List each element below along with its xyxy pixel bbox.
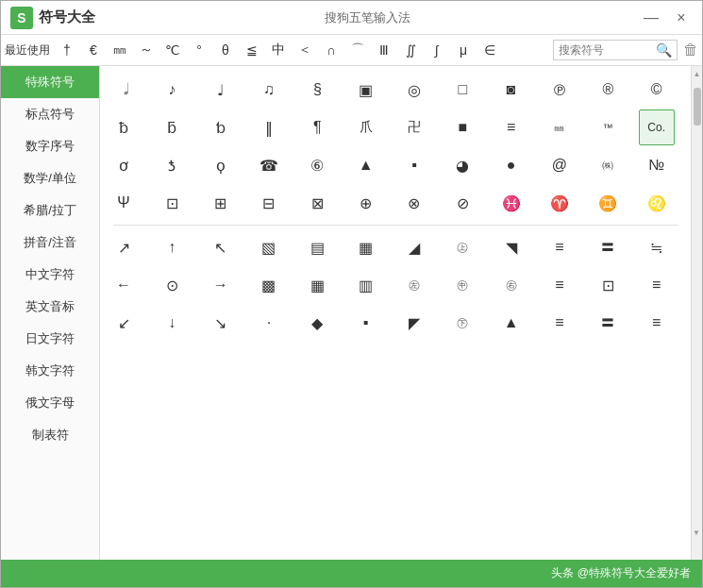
sidebar-item-russian[interactable]: 俄文字母 [1, 387, 99, 419]
sidebar-item-japanese[interactable]: 日文字符 [1, 323, 99, 355]
symbol-cell[interactable]: ▪ [348, 305, 384, 341]
symbol-cell[interactable]: ↖ [203, 229, 239, 265]
symbol-cell-co[interactable]: Co. [639, 109, 675, 145]
symbol-cell[interactable]: Ψ [106, 185, 142, 221]
symbol-cell[interactable]: ㊤ [444, 229, 480, 265]
symbol-cell[interactable]: ▪ [396, 147, 432, 183]
recent-char-6[interactable]: θ [212, 37, 239, 63]
scrollbar[interactable]: ▲ ▼ [691, 66, 702, 560]
symbol-cell[interactable]: ƅ [203, 109, 239, 145]
symbol-cell[interactable]: ◥ [494, 229, 529, 265]
symbol-cell[interactable]: ≒ [639, 229, 675, 265]
sidebar-item-special[interactable]: 特殊符号 [1, 66, 99, 98]
search-input[interactable] [559, 43, 653, 57]
symbol-cell[interactable]: □ [444, 72, 480, 108]
symbol-cell[interactable]: 〓 [590, 305, 626, 341]
recent-char-3[interactable]: ～ [133, 37, 159, 63]
symbol-cell[interactable]: ㎜ [542, 109, 577, 145]
symbol-cell[interactable]: ƀ [106, 109, 142, 145]
symbol-cell[interactable]: ㊧ [396, 267, 432, 303]
symbol-cell[interactable]: ® [590, 72, 626, 108]
symbol-cell[interactable]: ◙ [494, 72, 529, 108]
symbol-cell[interactable]: ♌ [639, 185, 675, 221]
symbol-cell[interactable]: ℗ [542, 72, 577, 108]
recent-char-0[interactable]: † [54, 37, 80, 63]
symbol-cell[interactable]: 𝅗𝅥 [106, 72, 142, 108]
symbol-cell[interactable]: ♈ [542, 185, 577, 221]
symbol-cell[interactable]: © [639, 72, 675, 108]
symbol-cell[interactable]: ♪ [154, 72, 190, 108]
symbol-cell[interactable]: @ [542, 147, 577, 183]
symbol-cell[interactable]: ◎ [396, 72, 432, 108]
symbol-cell[interactable]: ƾ [154, 147, 190, 183]
symbol-cell[interactable]: ▲ [494, 305, 529, 341]
recent-char-4[interactable]: ℃ [159, 37, 186, 63]
symbol-cell[interactable]: ♩ [203, 72, 239, 108]
symbol-cell[interactable]: ㊥ [444, 267, 480, 303]
symbol-cell[interactable]: ㊦ [444, 305, 480, 341]
symbol-cell[interactable]: ◆ [299, 305, 335, 341]
sidebar-item-phonetic[interactable]: 英文音标 [1, 291, 99, 323]
symbol-cell[interactable]: ơ [106, 147, 142, 183]
recent-char-10[interactable]: ∩ [318, 37, 344, 63]
sidebar-item-punctuation[interactable]: 标点符号 [1, 98, 99, 130]
recent-char-11[interactable]: ⌒ [344, 37, 371, 63]
scroll-up-btn[interactable]: ▲ [694, 70, 701, 78]
symbol-cell[interactable]: ▩ [251, 267, 287, 303]
search-icon[interactable]: 🔍 [656, 42, 672, 58]
recent-char-9[interactable]: ＜ [292, 37, 318, 63]
recent-char-1[interactable]: € [80, 37, 107, 63]
sidebar-item-korean[interactable]: 韩文字符 [1, 355, 99, 387]
symbol-cell[interactable]: ⊘ [444, 185, 480, 221]
symbol-cell[interactable]: ↓ [154, 305, 190, 341]
sidebar-item-numbers[interactable]: 数字序号 [1, 130, 99, 162]
symbol-cell[interactable]: ¶ [299, 109, 335, 145]
symbol-cell[interactable]: § [299, 72, 335, 108]
symbol-cell[interactable]: → [203, 267, 239, 303]
sidebar-item-table[interactable]: 制表符 [1, 419, 99, 451]
scroll-down-btn[interactable]: ▼ [693, 529, 700, 537]
symbol-cell[interactable]: ◢ [396, 229, 432, 265]
symbol-cell[interactable]: ◤ [396, 305, 432, 341]
symbol-cell[interactable]: ⊡ [590, 267, 626, 303]
symbol-cell[interactable]: ↑ [154, 229, 190, 265]
symbol-cell[interactable]: ㊨ [494, 267, 529, 303]
symbol-cell[interactable]: ≡ [494, 109, 529, 145]
symbol-cell[interactable]: ▧ [251, 229, 287, 265]
symbol-cell[interactable]: ⊙ [154, 267, 190, 303]
symbol-cell[interactable]: · [251, 305, 287, 341]
symbol-cell[interactable]: ☎ [251, 147, 287, 183]
minimize-button[interactable]: — [640, 7, 662, 29]
symbol-cell[interactable]: ƃ [154, 109, 190, 145]
close-button[interactable]: × [670, 7, 693, 29]
symbol-cell[interactable]: ≡ [542, 229, 577, 265]
recent-char-14[interactable]: ∫ [424, 37, 450, 63]
symbol-cell[interactable]: 〓 [590, 229, 626, 265]
sidebar-item-pinyin[interactable]: 拼音/注音 [1, 227, 99, 259]
recent-char-12[interactable]: Ⅲ [371, 37, 397, 63]
symbol-cell[interactable]: ▦ [348, 229, 384, 265]
symbol-cell[interactable]: ⊞ [203, 185, 239, 221]
symbol-cell[interactable]: ≡ [639, 305, 675, 341]
recent-char-13[interactable]: ∬ [397, 37, 424, 63]
symbol-cell[interactable]: ㈱ [590, 147, 626, 183]
sidebar-item-chinese[interactable]: 中文字符 [1, 259, 99, 291]
symbol-cell[interactable]: ▤ [299, 229, 335, 265]
recent-char-2[interactable]: ㎜ [107, 37, 133, 63]
symbol-cell[interactable]: ▥ [348, 267, 384, 303]
recent-char-15[interactable]: μ [450, 37, 477, 63]
sidebar-item-math[interactable]: 数学/单位 [1, 162, 99, 194]
symbol-cell[interactable]: ■ [444, 109, 480, 145]
recent-char-16[interactable]: ∈ [477, 37, 503, 63]
symbol-cell[interactable]: ▣ [348, 72, 384, 108]
symbol-cell[interactable]: ≡ [639, 267, 675, 303]
symbol-cell[interactable]: ™ [590, 109, 626, 145]
symbol-cell[interactable]: ⑥ [299, 147, 335, 183]
recent-char-5[interactable]: ° [186, 37, 212, 63]
symbol-cell[interactable]: ♫ [251, 72, 287, 108]
symbol-cell[interactable]: ⊕ [348, 185, 384, 221]
symbol-cell[interactable]: ≡ [542, 267, 577, 303]
symbol-cell[interactable]: 卍 [396, 109, 432, 145]
delete-recent-button[interactable]: 🗑 [683, 42, 698, 59]
symbol-cell[interactable]: ⊠ [299, 185, 335, 221]
